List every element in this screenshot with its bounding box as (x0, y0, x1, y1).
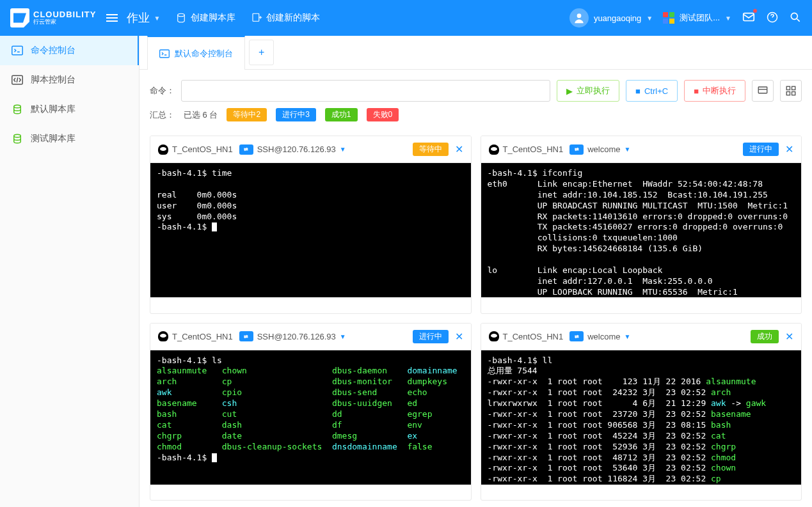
chevron-down-icon[interactable]: ▼ (154, 15, 160, 22)
chevron-down-icon: ▼ (340, 333, 346, 340)
tag-fail: 失败0 (367, 108, 399, 121)
team-icon (663, 12, 674, 24)
svg-rect-1 (253, 13, 259, 21)
terminal-close-button[interactable]: ✕ (455, 143, 463, 155)
ssh-icon: ⇄ (569, 144, 584, 155)
svg-rect-12 (786, 86, 790, 90)
linux-icon (489, 331, 499, 341)
svg-rect-15 (792, 92, 795, 95)
ctrlc-button[interactable]: ■ Ctrl+C (626, 80, 678, 102)
terminal-host[interactable]: T_CentOS_HN1 (489, 331, 564, 341)
terminal-output[interactable]: -bash-4.1$ ls alsaunmute chown dbus-daem… (150, 350, 471, 485)
user-menu[interactable]: yuangaoqing ▼ (569, 8, 653, 27)
terminal-close-button[interactable]: ✕ (785, 143, 793, 155)
script-icon (12, 74, 23, 86)
terminal-0: T_CentOS_HN1 ⇄ SSH@120.76.126.93 ▼ 等待中 ✕… (150, 136, 472, 314)
terminal-connection[interactable]: ⇄ welcome ▼ (569, 331, 630, 341)
svg-rect-13 (792, 86, 795, 90)
menu-toggle-icon[interactable] (106, 14, 118, 22)
logo-icon (10, 8, 29, 27)
layout-button[interactable] (752, 80, 774, 102)
svg-point-9 (14, 134, 21, 137)
sidebar-item-3[interactable]: 测试脚本库 (0, 124, 139, 153)
ssh-icon: ⇄ (239, 144, 253, 155)
terminal-host[interactable]: T_CentOS_HN1 (158, 331, 233, 341)
console-icon (12, 45, 23, 56)
terminal-header: T_CentOS_HN1 ⇄ welcome ▼ 进行中 ✕ (481, 136, 802, 163)
create-script-button[interactable]: 创建新的脚本 (251, 12, 320, 24)
chevron-down-icon: ▼ (725, 15, 731, 22)
ssh-icon: ⇄ (569, 331, 584, 341)
run-button[interactable]: ▶ 立即执行 (557, 80, 619, 102)
grid-button[interactable] (780, 80, 802, 102)
sidebar-item-2[interactable]: 默认脚本库 (0, 95, 139, 124)
terminal-connection[interactable]: ⇄ SSH@120.76.126.93 ▼ (239, 331, 346, 341)
command-input[interactable] (181, 80, 550, 102)
tab-add-button[interactable]: + (249, 40, 274, 65)
svg-rect-10 (160, 50, 170, 58)
terminal-connection[interactable]: ⇄ welcome ▼ (569, 144, 630, 155)
chevron-down-icon: ▼ (340, 146, 346, 153)
notifications-button[interactable] (742, 10, 756, 26)
help-button[interactable] (766, 11, 779, 26)
database-icon (175, 12, 187, 24)
interrupt-button[interactable]: ■ 中断执行 (684, 80, 745, 102)
terminal-status-badge: 等待中 (413, 143, 449, 156)
sidebar-item-label: 命令控制台 (31, 45, 76, 56)
terminal-status-badge: 进行中 (413, 330, 449, 343)
terminal-host[interactable]: T_CentOS_HN1 (158, 144, 233, 155)
sidebar-item-1[interactable]: 脚本控制台 (0, 65, 139, 95)
sidebar: 命令控制台脚本控制台默认脚本库测试脚本库 (0, 36, 139, 507)
sidebar-item-0[interactable]: 命令控制台 (0, 36, 139, 65)
sidebar-item-label: 测试脚本库 (31, 133, 76, 144)
terminal-header: T_CentOS_HN1 ⇄ SSH@120.76.126.93 ▼ 等待中 ✕ (150, 136, 471, 163)
summary-bar: 汇总： 已选 6 台 等待中2 进行中3 成功1 失败0 (139, 108, 812, 129)
terminal-close-button[interactable]: ✕ (785, 331, 793, 343)
tag-success: 成功1 (325, 108, 358, 121)
script-plus-icon (251, 12, 262, 24)
team-menu[interactable]: 测试团队... ▼ (663, 12, 731, 24)
terminal-1: T_CentOS_HN1 ⇄ welcome ▼ 进行中 ✕ -bash-4.1… (481, 136, 802, 314)
svg-point-0 (178, 13, 185, 17)
svg-rect-3 (744, 13, 754, 20)
terminal-connection[interactable]: ⇄ SSH@120.76.126.93 ▼ (239, 144, 346, 155)
create-repo-button[interactable]: 创建脚本库 (175, 12, 235, 24)
page-title: 作业 (127, 10, 150, 26)
svg-point-8 (14, 105, 21, 108)
logo[interactable]: CLOUDBILITY 行云管家 (10, 8, 96, 27)
terminal-host[interactable]: T_CentOS_HN1 (489, 144, 564, 155)
play-icon: ▶ (566, 86, 573, 96)
linux-icon (489, 144, 499, 155)
terminal-header: T_CentOS_HN1 ⇄ welcome ▼ 成功 ✕ (481, 324, 802, 350)
stop-icon: ■ (635, 86, 641, 96)
terminal-status-badge: 进行中 (743, 143, 779, 156)
selected-count: 已选 6 台 (184, 109, 218, 121)
svg-point-2 (577, 13, 582, 18)
terminal-header: T_CentOS_HN1 ⇄ SSH@120.76.126.93 ▼ 进行中 ✕ (150, 324, 471, 350)
command-label: 命令： (150, 85, 175, 97)
svg-point-5 (791, 13, 797, 19)
command-bar: 命令： ▶ 立即执行 ■ Ctrl+C ■ 中断执行 (139, 70, 812, 108)
app-header: CLOUDBILITY 行云管家 作业 ▼ 创建脚本库 创建新的脚本 yuang… (0, 0, 812, 36)
terminal-grid: T_CentOS_HN1 ⇄ SSH@120.76.126.93 ▼ 等待中 ✕… (139, 129, 812, 507)
chevron-down-icon: ▼ (624, 333, 630, 340)
sidebar-item-label: 默认脚本库 (31, 104, 76, 115)
tab-default-console[interactable]: 默认命令控制台 (147, 36, 245, 70)
chevron-down-icon: ▼ (624, 146, 630, 153)
terminal-close-button[interactable]: ✕ (455, 331, 463, 343)
terminal-status-badge: 成功 (751, 330, 779, 343)
terminal-3: T_CentOS_HN1 ⇄ welcome ▼ 成功 ✕ -bash-4.1$… (481, 323, 802, 501)
svg-rect-11 (758, 87, 767, 93)
logo-text: CLOUDBILITY 行云管家 (33, 10, 96, 26)
db-icon (12, 133, 23, 144)
ssh-icon: ⇄ (239, 331, 253, 341)
main-content: 默认命令控制台 + 命令： ▶ 立即执行 ■ Ctrl+C ■ 中断执行 (139, 36, 812, 507)
terminal-output[interactable]: -bash-4.1$ ifconfig eth0 Link encap:Ethe… (481, 163, 802, 297)
sidebar-item-label: 脚本控制台 (31, 74, 76, 86)
svg-rect-14 (786, 92, 790, 95)
search-button[interactable] (789, 11, 802, 26)
svg-rect-6 (12, 46, 23, 55)
terminal-output[interactable]: -bash-4.1$ ll 总用量 7544 -rwxr-xr-x 1 root… (481, 350, 802, 485)
terminal-output[interactable]: -bash-4.1$ time real 0m0.000s user 0m0.0… (150, 163, 471, 297)
tag-running: 进行中3 (276, 108, 316, 121)
